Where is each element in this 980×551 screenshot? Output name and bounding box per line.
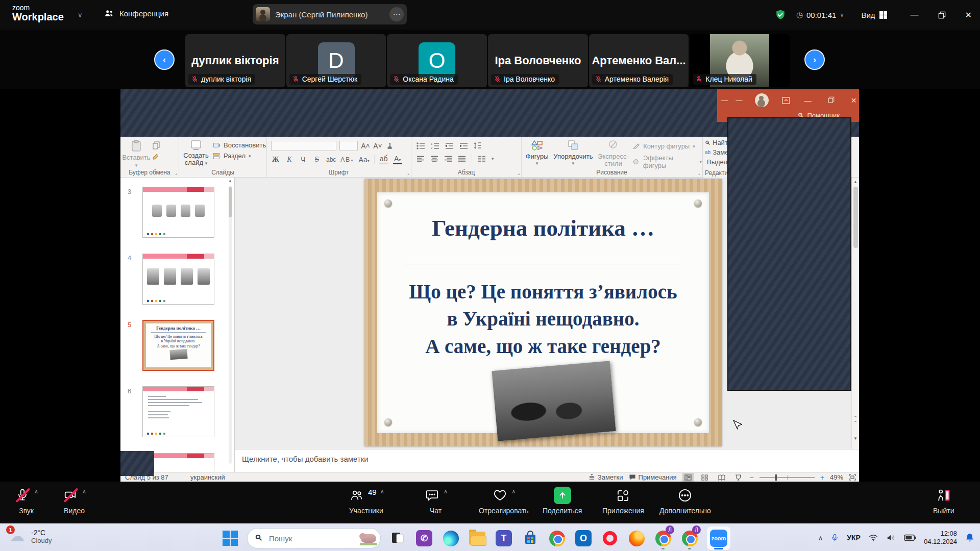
taskbar-search[interactable]: 🔍︎ — [247, 528, 381, 548]
hidden-icons-chevron[interactable]: ∧ — [818, 534, 823, 542]
microsoft-store-icon[interactable] — [521, 528, 540, 549]
share-screen-button[interactable]: Поделиться — [543, 487, 582, 515]
file-explorer-icon[interactable] — [468, 528, 487, 549]
strikethrough-button[interactable]: S — [312, 156, 322, 164]
underline-button[interactable]: Ч — [299, 156, 308, 164]
copy-icon[interactable] — [152, 141, 160, 149]
paste-button[interactable]: Вставить ▾ — [120, 137, 152, 168]
zoom-slider-thumb[interactable] — [775, 474, 777, 481]
select-button[interactable]: Выделить — [705, 158, 727, 166]
meeting-timer[interactable]: ◷ 00:01:41 ∨ — [796, 10, 844, 19]
highlight-color-button[interactable]: аб́ — [379, 155, 388, 164]
new-slide-button[interactable]: Создать слайд ▾ — [179, 137, 213, 166]
screen-share-tab[interactable]: Экран (Сергій Пилипенко) ⋯ — [253, 4, 407, 24]
firefox-app-icon[interactable] — [627, 528, 646, 549]
volume-icon[interactable] — [886, 534, 896, 542]
teams-app-icon[interactable]: T — [494, 528, 513, 549]
align-center-icon[interactable] — [430, 156, 438, 162]
thumbnail-scrollbar[interactable]: ▲ — [228, 179, 233, 469]
audio-button[interactable]: ∧ Звук — [14, 487, 38, 515]
scrollbar-thumb[interactable] — [853, 187, 858, 248]
italic-button[interactable]: К — [285, 156, 294, 164]
replace-button[interactable]: abЗаменить — [705, 148, 727, 156]
shape-outline-button[interactable]: Контур фигуры▾ — [632, 142, 702, 150]
video-button[interactable]: ∧ Видео — [62, 487, 86, 515]
participant-tile[interactable]: Артеменко Вал... Артеменко Валерія — [589, 34, 689, 87]
slideshow-view-button[interactable] — [733, 473, 744, 482]
logo-chevron-icon[interactable]: ∨ — [78, 11, 83, 19]
ppt-close-button[interactable]: ✕ — [851, 96, 857, 105]
keyboard-language-indicator[interactable]: УКР — [847, 534, 861, 542]
normal-view-button[interactable] — [682, 473, 694, 482]
align-right-icon[interactable] — [444, 156, 452, 162]
wifi-icon[interactable] — [868, 534, 878, 542]
ppt-minimize-button[interactable]: — — [804, 96, 812, 105]
participants-options-chevron[interactable]: ∧ — [380, 488, 384, 495]
zoom-slider[interactable] — [760, 477, 815, 478]
search-input[interactable] — [268, 534, 345, 543]
char-spacing-button[interactable]: АВ▾ — [340, 156, 354, 163]
clock-widget[interactable]: 12:08 04.12.2024 — [924, 530, 957, 546]
participant-tile[interactable]: дуплик вікторія дуплик вікторія — [185, 34, 285, 87]
zoom-out-button[interactable]: − — [750, 473, 754, 482]
font-size-combo[interactable] — [339, 141, 358, 151]
font-color-button[interactable]: А▾ — [393, 155, 402, 164]
chrome-profile-2-icon[interactable]: Л — [680, 528, 699, 549]
meeting-tab[interactable]: Конференция — [104, 8, 168, 18]
react-button[interactable]: ∧ Отреагировать — [479, 487, 529, 515]
slide-thumbnail-5-selected[interactable]: Гендерна політика … Що це? Це поняття з’… — [142, 320, 214, 371]
participant-tile[interactable]: O Оксана Радина — [387, 34, 487, 87]
audio-options-chevron[interactable]: ∧ — [34, 488, 38, 495]
fit-to-window-icon[interactable] — [849, 474, 856, 481]
ppt-restore-button[interactable] — [828, 96, 835, 103]
react-options-chevron[interactable]: ∧ — [511, 488, 516, 495]
quick-styles-button[interactable]: Экспресс- стили — [594, 137, 633, 169]
format-painter-icon[interactable] — [152, 153, 160, 161]
slide-thumbnail-3[interactable] — [142, 187, 214, 238]
increase-indent-icon[interactable] — [459, 142, 468, 149]
zoom-in-button[interactable]: + — [820, 473, 824, 482]
chrome-app-icon[interactable] — [547, 528, 567, 549]
battery-icon[interactable] — [904, 534, 916, 542]
dialog-launcher-icon[interactable]: ⌟ — [698, 170, 700, 176]
bold-button[interactable]: Ж — [271, 156, 280, 164]
participant-tile[interactable]: Іра Воловченко Іра Воловченко — [488, 34, 588, 87]
share-tab-more-icon[interactable]: ⋯ — [389, 7, 404, 21]
edge-app-icon[interactable] — [441, 528, 460, 549]
shapes-button[interactable]: Фигуры ▾ — [522, 137, 552, 169]
find-button[interactable]: 🔍︎Найти — [705, 139, 727, 146]
restore-button[interactable] — [938, 11, 946, 19]
chat-options-chevron[interactable]: ∧ — [444, 488, 448, 495]
decrease-indent-icon[interactable] — [445, 142, 454, 149]
line-spacing-icon[interactable] — [474, 142, 481, 149]
arrange-button[interactable]: Упорядочить ▾ — [552, 137, 594, 169]
chrome-profile-1-icon[interactable]: Л — [653, 528, 673, 549]
slide-thumbnail-4[interactable] — [142, 254, 214, 305]
zoom-percentage[interactable]: 49% — [830, 473, 843, 481]
security-shield-icon[interactable] — [775, 9, 786, 20]
bullets-icon[interactable] — [416, 142, 425, 149]
filmstrip-next-button[interactable]: › — [804, 49, 825, 70]
participant-tile[interactable]: D Сергей Шерстюк — [286, 34, 386, 87]
ribbon-display-options-icon[interactable] — [782, 97, 790, 104]
dialog-launcher-icon[interactable]: ⌟ — [518, 170, 520, 176]
participant-tile-video[interactable]: Клец Николай — [690, 34, 790, 87]
minimize-button[interactable]: — — [911, 10, 919, 19]
next-slide-button[interactable]: ▼ — [852, 436, 859, 441]
comments-toggle-button[interactable]: Примечания — [629, 473, 677, 481]
restore-slide-button[interactable]: Восстановить — [213, 141, 266, 149]
previous-slide-button[interactable]: ⌃⌃ — [852, 415, 859, 425]
weather-widget[interactable]: ☁ 1 -2°C Cloudy — [7, 527, 52, 546]
task-view-button[interactable] — [388, 528, 407, 549]
shrink-font-button[interactable]: А˅ — [373, 142, 382, 150]
start-button[interactable] — [220, 528, 240, 549]
shadow-button[interactable]: abc — [326, 156, 336, 163]
notification-bell-icon[interactable] — [965, 532, 975, 543]
view-button[interactable]: Вид — [861, 11, 887, 19]
notes-toggle-button[interactable]: Заметки — [589, 473, 623, 481]
viber-app-icon[interactable]: ✆ — [414, 528, 434, 549]
slide-sorter-view-button[interactable] — [699, 473, 710, 482]
justify-icon[interactable] — [458, 156, 466, 162]
tray-mic-icon[interactable] — [830, 533, 839, 543]
slide-thumbnail-6[interactable] — [142, 386, 214, 437]
